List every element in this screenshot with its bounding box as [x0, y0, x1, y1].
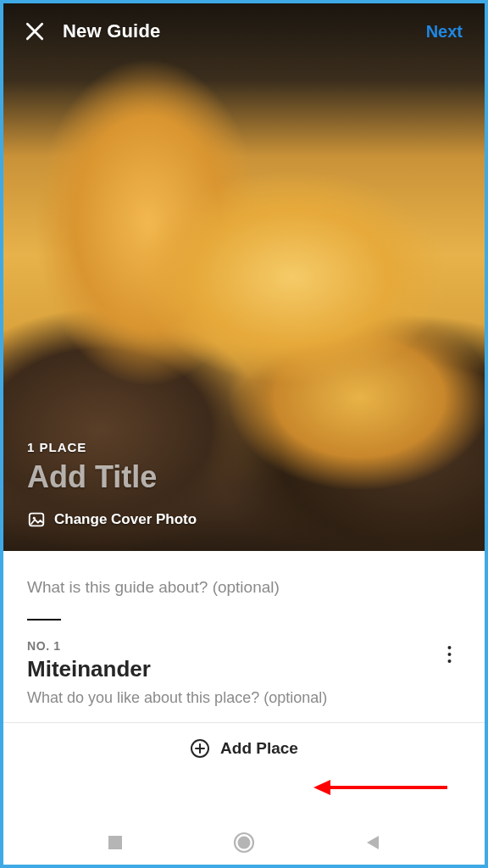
nav-recent-button[interactable] — [98, 826, 132, 860]
svg-point-4 — [447, 659, 451, 663]
section-rule — [27, 619, 61, 620]
square-icon — [108, 835, 123, 850]
image-icon — [27, 510, 46, 529]
body-area: NO. 1 Miteinander — [3, 551, 485, 722]
place-about-input[interactable] — [27, 689, 461, 722]
add-place-label: Add Place — [220, 739, 298, 758]
close-icon — [24, 20, 46, 42]
circle-icon — [233, 832, 255, 854]
android-nav-bar — [3, 821, 485, 865]
annotation-arrow — [313, 775, 449, 800]
svg-marker-7 — [313, 780, 330, 795]
close-button[interactable] — [22, 19, 47, 44]
cover-photo: New Guide Next 1 PLACE Change Cover Phot… — [3, 3, 485, 551]
change-cover-label: Change Cover Photo — [54, 511, 197, 528]
svg-point-3 — [447, 653, 451, 656]
place-count-label: 1 PLACE — [27, 440, 485, 454]
place-item: NO. 1 Miteinander — [27, 639, 461, 722]
top-bar: New Guide Next — [3, 3, 485, 53]
cover-info: 1 PLACE Change Cover Photo — [27, 440, 485, 532]
item-more-button[interactable] — [437, 643, 461, 666]
guide-title-input[interactable] — [27, 459, 434, 495]
svg-point-2 — [447, 646, 451, 649]
more-vertical-icon — [447, 645, 452, 664]
guide-about-input[interactable] — [27, 573, 461, 610]
triangle-left-icon — [364, 834, 381, 851]
next-button[interactable]: Next — [426, 22, 466, 42]
nav-home-button[interactable] — [227, 826, 261, 860]
change-cover-button[interactable]: Change Cover Photo — [27, 510, 197, 529]
svg-marker-11 — [367, 836, 379, 849]
item-number-label: NO. 1 — [27, 639, 151, 653]
page-title: New Guide — [63, 20, 411, 42]
nav-back-button[interactable] — [356, 826, 390, 860]
add-place-button[interactable]: Add Place — [3, 723, 485, 774]
plus-circle-icon — [190, 738, 210, 759]
svg-point-10 — [238, 837, 251, 849]
item-title: Miteinander — [27, 656, 151, 682]
svg-rect-8 — [108, 836, 122, 849]
